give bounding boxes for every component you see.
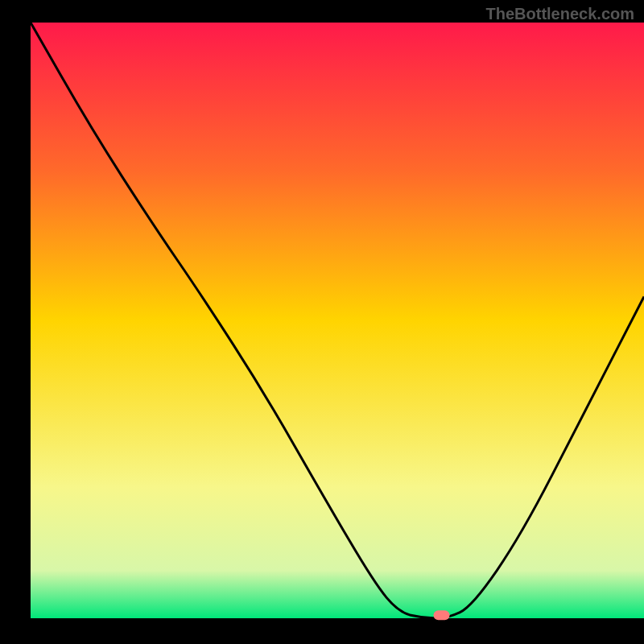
watermark-text: TheBottleneck.com (486, 5, 634, 23)
bottleneck-chart (0, 0, 644, 644)
chart-container: TheBottleneck.com (0, 0, 644, 644)
optimal-marker (434, 610, 450, 620)
plot-area (31, 23, 644, 618)
